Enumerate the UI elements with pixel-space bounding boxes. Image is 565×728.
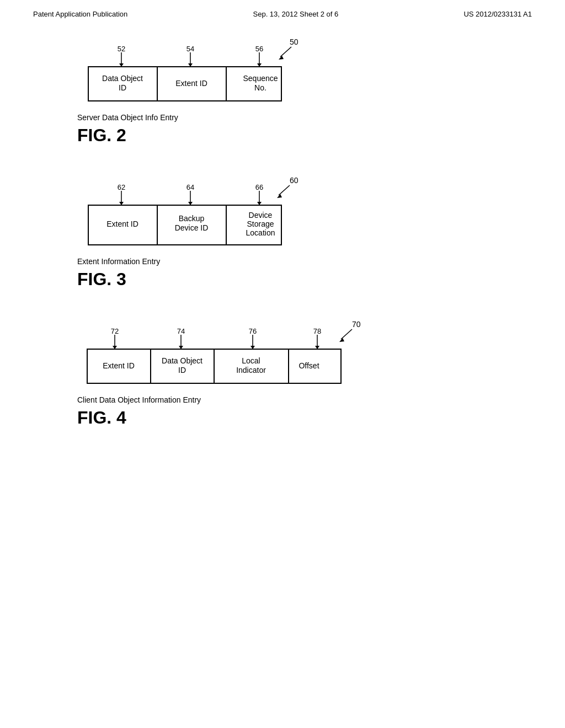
- svg-text:Extent ID: Extent ID: [103, 361, 135, 370]
- svg-text:Extent ID: Extent ID: [106, 220, 138, 228]
- fig2-title: FIG. 2: [77, 125, 178, 146]
- svg-text:Device ID: Device ID: [175, 223, 209, 232]
- svg-text:54: 54: [186, 45, 194, 53]
- svg-text:Offset: Offset: [299, 361, 319, 370]
- page-header: Patent Application Publication Sep. 13, …: [0, 0, 565, 24]
- fig3-diagram: 60 62 64 66: [77, 173, 309, 250]
- svg-text:50: 50: [290, 38, 299, 46]
- svg-text:Indicator: Indicator: [236, 366, 266, 374]
- fig4-caption: Client Data Object Information Entry: [77, 395, 201, 404]
- figure-4: 70 72 74 76 78: [44, 317, 521, 428]
- svg-text:64: 64: [186, 183, 194, 191]
- svg-text:No.: No.: [254, 83, 266, 92]
- svg-text:78: 78: [313, 327, 321, 335]
- svg-text:Location: Location: [246, 228, 275, 237]
- svg-text:Sequence: Sequence: [243, 74, 278, 83]
- page-content: 50 52 54 56: [0, 24, 565, 467]
- svg-line-42: [341, 329, 352, 339]
- figure-2: 50 52 54 56: [44, 35, 521, 146]
- header-right: US 2012/0233131 A1: [463, 10, 532, 18]
- svg-text:Data Object: Data Object: [102, 74, 143, 83]
- fig4-title: FIG. 4: [77, 408, 201, 428]
- svg-text:60: 60: [290, 176, 299, 185]
- svg-text:Storage: Storage: [247, 220, 274, 228]
- header-center: Sep. 13, 2012 Sheet 2 of 6: [253, 10, 339, 18]
- svg-text:ID: ID: [178, 366, 186, 374]
- svg-line-1: [280, 47, 291, 57]
- svg-text:Extent ID: Extent ID: [175, 79, 207, 88]
- fig2-diagram: 50 52 54 56: [77, 35, 309, 106]
- svg-text:Backup: Backup: [179, 214, 205, 223]
- svg-text:74: 74: [177, 327, 185, 335]
- header-left: Patent Application Publication: [33, 10, 127, 18]
- svg-text:Local: Local: [242, 356, 260, 365]
- fig3-caption: Extent Information Entry: [77, 257, 160, 266]
- svg-text:70: 70: [352, 320, 361, 329]
- svg-text:ID: ID: [119, 83, 126, 92]
- fig2-caption: Server Data Object Info Entry: [77, 113, 178, 122]
- svg-text:52: 52: [118, 45, 125, 53]
- svg-line-21: [279, 185, 290, 195]
- figure-3: 60 62 64 66: [44, 173, 521, 290]
- svg-text:66: 66: [255, 183, 263, 191]
- svg-text:Device: Device: [249, 211, 273, 220]
- svg-text:56: 56: [255, 45, 263, 53]
- svg-text:62: 62: [118, 183, 125, 191]
- svg-text:Data Object: Data Object: [162, 356, 202, 365]
- fig3-title: FIG. 3: [77, 269, 160, 290]
- fig4-diagram: 70 72 74 76 78: [77, 317, 370, 389]
- svg-text:76: 76: [249, 327, 257, 335]
- svg-text:72: 72: [111, 327, 119, 335]
